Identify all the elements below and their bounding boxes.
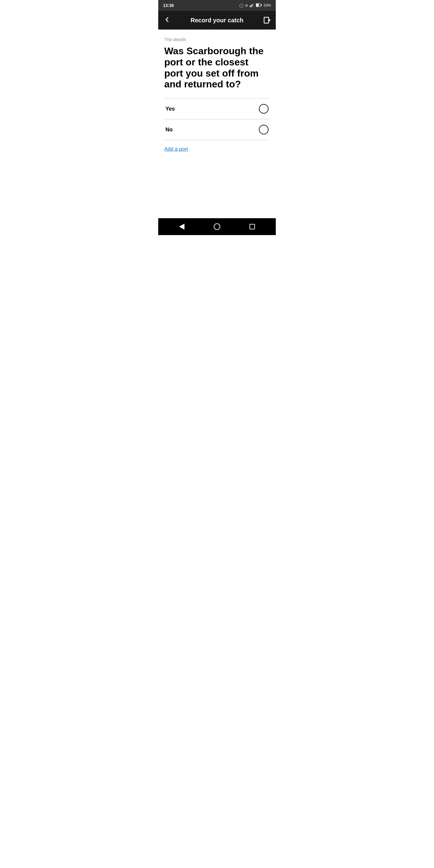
battery-icon [256, 3, 262, 8]
svg-rect-7 [264, 17, 269, 23]
svg-rect-5 [261, 4, 262, 6]
question-text: Was Scarborough the port or the closest … [164, 45, 270, 90]
nav-recent-button[interactable] [244, 221, 261, 232]
back-button[interactable] [163, 16, 171, 25]
toolbar-title: Record your catch [171, 17, 263, 24]
status-bar: 13:36 ◯ ⊘ 53% [158, 0, 276, 11]
nav-home-icon [214, 223, 220, 230]
svg-rect-6 [256, 4, 258, 6]
toolbar: Record your catch [158, 11, 276, 30]
status-time: 13:36 [163, 3, 174, 8]
svg-rect-0 [250, 5, 251, 7]
add-port-link[interactable]: Add a port [164, 146, 188, 152]
alarm-icon: ◯ [239, 3, 243, 7]
exit-button[interactable] [263, 16, 271, 24]
status-icons: ◯ ⊘ 53% [239, 3, 271, 8]
option-yes-label: Yes [165, 106, 175, 112]
nav-back-button[interactable] [173, 221, 190, 232]
option-no-label: No [165, 127, 173, 133]
option-no[interactable]: No [164, 119, 270, 140]
section-label: Trip details [164, 37, 270, 42]
option-yes[interactable]: Yes [164, 98, 270, 119]
bottom-divider [164, 140, 270, 140]
nav-home-button[interactable] [208, 221, 226, 232]
bottom-nav [158, 218, 276, 235]
nav-recent-icon [250, 224, 255, 229]
battery-percent: 53% [264, 3, 271, 7]
radio-yes[interactable] [259, 104, 269, 114]
main-content: Trip details Was Scarborough the port or… [158, 30, 276, 218]
nav-back-icon [179, 224, 184, 230]
block-icon: ⊘ [245, 3, 248, 7]
signal-icon [250, 3, 254, 8]
radio-no[interactable] [259, 125, 269, 134]
